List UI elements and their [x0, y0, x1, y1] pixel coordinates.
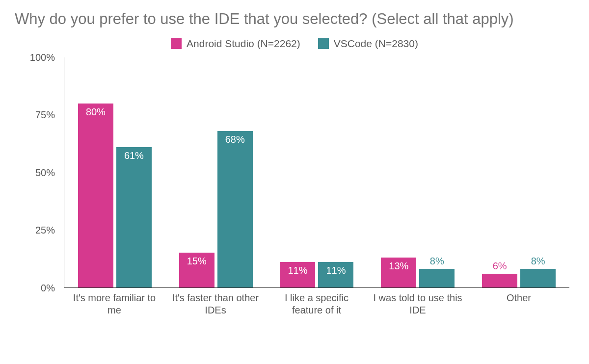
chart-container: Why do you prefer to use the IDE that yo… — [0, 0, 589, 364]
bar-value-label: 15% — [187, 256, 207, 267]
x-axis-label: It's faster than other IDEs — [165, 292, 266, 316]
bar-series-1: 8% — [419, 269, 455, 287]
bar-value-label: 6% — [493, 260, 507, 272]
chart-title: Why do you prefer to use the IDE that yo… — [15, 10, 555, 29]
bar-value-label: 11% — [288, 265, 307, 276]
bar-value-label: 8% — [430, 256, 444, 267]
y-tick: 100% — [24, 52, 55, 63]
x-axis-label: I like a specific feature of it — [266, 292, 367, 316]
bar-group: 13%8% — [367, 57, 468, 287]
legend: Android Studio (N=2262) VSCode (N=2830) — [15, 38, 574, 50]
bar-value-label: 61% — [124, 150, 144, 161]
bar-group: 11%11% — [267, 57, 368, 287]
y-tick: 25% — [24, 225, 55, 236]
y-tick: 50% — [24, 167, 55, 178]
bar-group: 15%68% — [165, 57, 267, 287]
legend-swatch-series-0 — [171, 38, 182, 49]
bar-series-1: 11% — [318, 262, 353, 287]
y-tick: 75% — [24, 109, 55, 121]
x-axis: It's more familiar to meIt's faster than… — [64, 288, 569, 316]
bar-series-0: 15% — [179, 253, 214, 287]
legend-item-series-1: VSCode (N=2830) — [318, 38, 418, 50]
bar-groups: 80%61%15%68%11%11%13%8%6%8% — [64, 57, 569, 287]
bar-series-1: 61% — [116, 147, 152, 287]
legend-label-series-0: Android Studio (N=2262) — [187, 38, 300, 50]
y-axis: 0%25%50%75%100% — [24, 57, 58, 288]
legend-item-series-0: Android Studio (N=2262) — [171, 38, 300, 50]
x-axis-label: I was told to use this IDE — [367, 292, 468, 316]
bar-value-label: 68% — [225, 134, 245, 145]
bar-series-0: 13% — [381, 258, 416, 287]
bar-value-label: 11% — [326, 265, 346, 276]
bar-value-label: 13% — [389, 260, 408, 272]
x-axis-label: It's more familiar to me — [64, 292, 165, 316]
y-tick: 0% — [24, 282, 55, 293]
bar-value-label: 80% — [86, 106, 106, 118]
bar-group: 80%61% — [64, 57, 165, 287]
bar-series-1: 68% — [217, 131, 253, 287]
x-axis-label: Other — [468, 292, 569, 316]
bar-series-0: 80% — [78, 104, 113, 287]
bar-value-label: 8% — [531, 256, 545, 267]
plot-area: 80%61%15%68%11%11%13%8%6%8% — [64, 57, 569, 288]
bar-series-0: 6% — [482, 274, 517, 287]
legend-label-series-1: VSCode (N=2830) — [334, 38, 418, 50]
bar-series-1: 8% — [520, 269, 556, 287]
bar-group: 6%8% — [468, 57, 569, 287]
bar-series-0: 11% — [280, 262, 315, 287]
plot: 0%25%50%75%100% 80%61%15%68%11%11%13%8%6… — [29, 57, 569, 288]
legend-swatch-series-1 — [318, 38, 329, 49]
